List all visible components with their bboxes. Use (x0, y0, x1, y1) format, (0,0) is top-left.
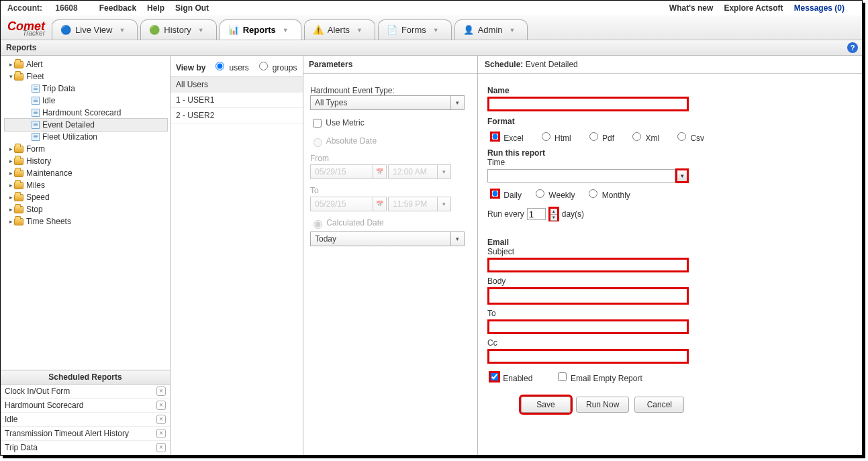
tree-folder-form[interactable]: ▸Form (5, 143, 167, 155)
expand-icon[interactable]: ▾ (7, 73, 14, 80)
signout-link[interactable]: Sign Out (175, 3, 209, 13)
from-time-input: 12:00 AM▾ (388, 164, 451, 179)
tab-icon: 📊 (228, 25, 239, 35)
scheduled-report-item[interactable]: Clock In/Out Form× (1, 385, 170, 399)
chevron-down-icon: ▾ (437, 197, 450, 211)
calculated-date-select[interactable]: Today▾ (310, 232, 465, 246)
run-every-input[interactable] (527, 208, 546, 220)
messages-link[interactable]: Messages (0) (794, 3, 845, 13)
tab-icon: 🔵 (60, 25, 71, 35)
scheduled-report-item[interactable]: Hardmount Scorecard× (1, 399, 170, 413)
freq-label: Monthly (602, 191, 630, 200)
format-pdf-radio[interactable] (589, 132, 598, 141)
tab-reports[interactable]: 📊Reports▼ (220, 19, 301, 40)
scheduled-report-item[interactable]: Trip Data× (1, 441, 170, 455)
run-now-button[interactable]: Run Now (576, 397, 629, 413)
save-button[interactable]: Save (521, 397, 571, 413)
tree-folder-maintenance[interactable]: ▸Maintenance (5, 167, 167, 179)
expand-icon[interactable]: ▸ (7, 194, 14, 201)
tree-item-hardmount-scorecard[interactable]: Hardmount Scorecard (5, 107, 167, 119)
time-label: Time (487, 158, 853, 167)
event-type-select[interactable]: All Types▾ (310, 95, 465, 110)
time-input[interactable] (487, 169, 675, 183)
tree-folder-history[interactable]: ▸History (5, 155, 167, 167)
tree-label: Hardmount Scorecard (42, 108, 121, 117)
body-label: Body (487, 276, 853, 286)
tree-folder-miles[interactable]: ▸Miles (5, 179, 167, 191)
expand-icon[interactable]: ▸ (7, 158, 14, 164)
user-list-item[interactable]: 2 - USER2 (171, 108, 303, 123)
tree-item-idle[interactable]: Idle (5, 95, 167, 107)
tree-item-trip-data[interactable]: Trip Data (5, 83, 167, 95)
viewby-users-radio[interactable] (215, 62, 224, 70)
feedback-link[interactable]: Feedback (99, 3, 136, 13)
tree-folder-speed[interactable]: ▸Speed (5, 191, 167, 203)
expand-icon[interactable]: ▸ (7, 182, 14, 189)
name-label: Name (487, 86, 853, 95)
tab-alerts[interactable]: ⚠️Alerts▼ (304, 19, 375, 40)
expand-icon[interactable]: ▸ (7, 146, 14, 152)
cc-input[interactable] (487, 349, 689, 364)
tree-folder-time-sheets[interactable]: ▸Time Sheets (5, 215, 167, 227)
delete-icon[interactable]: × (156, 387, 166, 396)
from-label: From (310, 154, 471, 163)
schedule-report-name: Event Detailed (526, 60, 578, 69)
expand-icon[interactable]: ▸ (7, 170, 14, 176)
tab-admin[interactable]: 👤Admin▼ (454, 19, 528, 40)
format-xml-radio[interactable] (632, 132, 641, 141)
user-list-item[interactable]: All Users (171, 77, 303, 93)
freq-daily-radio[interactable] (491, 189, 499, 198)
scheduled-report-item[interactable]: Idle× (1, 413, 170, 427)
expand-icon[interactable]: ▸ (7, 61, 14, 68)
enabled-checkbox[interactable] (490, 372, 499, 381)
tree-folder-alert[interactable]: ▸Alert (5, 58, 167, 70)
format-csv-radio[interactable] (677, 132, 686, 141)
tree-label: Speed (26, 193, 50, 202)
format-html-radio[interactable] (542, 132, 550, 141)
file-icon (32, 133, 40, 141)
body-input[interactable] (487, 287, 689, 305)
tab-forms[interactable]: 📄Forms▼ (378, 19, 452, 40)
expand-icon[interactable]: ▸ (7, 206, 14, 213)
file-icon (32, 97, 40, 105)
cancel-button[interactable]: Cancel (634, 397, 684, 413)
scheduled-report-item[interactable]: Transmission Timeout Alert History× (1, 427, 170, 441)
delete-icon[interactable]: × (156, 429, 166, 438)
tree-folder-fleet[interactable]: ▾Fleet (5, 70, 167, 83)
help-link[interactable]: Help (147, 3, 164, 13)
chevron-down-icon[interactable]: ▾ (450, 232, 464, 246)
freq-monthly-radio[interactable] (589, 189, 597, 198)
delete-icon[interactable]: × (156, 401, 166, 410)
email-empty-checkbox[interactable] (558, 372, 567, 381)
tab-icon: 👤 (463, 25, 474, 35)
to-input[interactable] (487, 319, 689, 334)
format-excel-radio[interactable] (491, 132, 499, 141)
tab-live-view[interactable]: 🔵Live View▼ (52, 19, 138, 40)
freq-weekly-radio[interactable] (536, 189, 544, 198)
use-metric-checkbox[interactable] (313, 119, 322, 127)
viewby-groups-radio[interactable] (259, 62, 268, 70)
tab-label: Forms (401, 25, 426, 35)
tree-item-fleet-utilization[interactable]: Fleet Utilization (5, 131, 167, 143)
tab-history[interactable]: 🟢History▼ (140, 19, 216, 40)
whats-new-link[interactable]: What's new (669, 3, 714, 13)
delete-icon[interactable]: × (156, 415, 166, 424)
explore-link[interactable]: Explore Actsoft (724, 3, 783, 13)
run-every-spinner[interactable]: ▲▼ (548, 207, 559, 221)
delete-icon[interactable]: × (156, 443, 166, 452)
subject-input[interactable] (487, 258, 689, 272)
folder-icon (14, 194, 23, 201)
tab-label: Reports (243, 25, 276, 35)
chevron-down-icon[interactable]: ▾ (450, 96, 464, 109)
format-label: Pdf (602, 134, 614, 143)
user-list-item[interactable]: 1 - USER1 (171, 93, 303, 108)
format-label: Csv (690, 134, 704, 143)
time-dropdown-button[interactable]: ▾ (675, 168, 689, 183)
expand-icon[interactable]: ▸ (7, 218, 14, 225)
folder-icon (14, 182, 23, 189)
chevron-down-icon: ▼ (433, 27, 439, 34)
help-icon[interactable]: ? (847, 42, 858, 53)
name-input[interactable] (487, 97, 689, 111)
tree-folder-stop[interactable]: ▸Stop (5, 203, 167, 215)
tree-item-event-detailed[interactable]: Event Detailed (5, 119, 167, 131)
